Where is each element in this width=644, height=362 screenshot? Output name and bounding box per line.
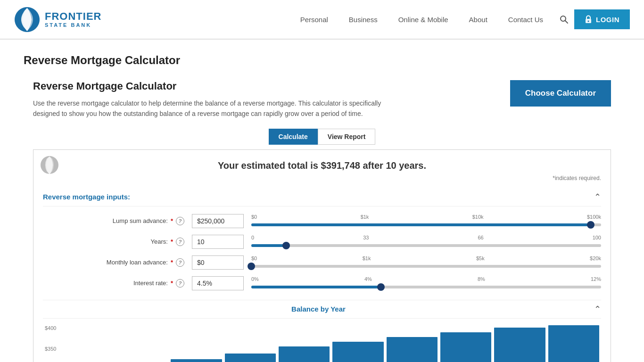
tab-view-report[interactable]: View Report — [318, 129, 376, 145]
interest-rate-label: Interest rate: * ? — [43, 279, 184, 288]
monthly-loan-slider-container: $0 $1k $5k $20k — [251, 255, 601, 270]
bar-3 — [171, 359, 222, 362]
calc-tabs: Calculate View Report — [24, 129, 620, 145]
bar-9 — [494, 328, 545, 362]
nav-personal[interactable]: Personal — [290, 0, 339, 39]
monthly-loan-label: Monthly loan advance: * ? — [43, 258, 184, 267]
calc-title: Reverse Mortgage Calculator — [33, 80, 496, 92]
bar-8 — [440, 332, 491, 362]
balance-section-header: Balance by Year ⌃ — [43, 300, 601, 319]
interest-rate-slider-track — [251, 286, 601, 288]
logo-icon — [14, 7, 40, 33]
balance-section-title: Balance by Year — [43, 305, 594, 313]
inputs-collapse-chevron[interactable]: ⌃ — [594, 192, 601, 202]
logo[interactable]: FRONTIER STATE BANK — [14, 7, 101, 33]
interest-rate-input[interactable] — [192, 276, 244, 290]
nav-business[interactable]: Business — [339, 0, 388, 39]
main-nav: Personal Business Online & Mobile About … — [290, 0, 630, 39]
nav-contact-us[interactable]: Contact Us — [498, 0, 553, 39]
calc-header: Reverse Mortgage Calculator Use the reve… — [24, 80, 620, 119]
balance-collapse-chevron[interactable]: ⌃ — [594, 304, 601, 314]
chart-y-labels: $400 $350 $300 — [45, 325, 56, 362]
login-button[interactable]: LOGIN — [574, 9, 630, 29]
years-label: Years: * ? — [43, 238, 184, 246]
monthly-loan-slider-labels: $0 $1k $5k $20k — [251, 255, 601, 261]
estimated-total: Your estimated total is $391,748 after 1… — [43, 160, 601, 171]
logo-statebank: STATE BANK — [45, 22, 101, 28]
interest-rate-slider-fill — [251, 286, 381, 288]
inputs-grid: Lump sum advance: * ? $0 $1k $10k $100k — [43, 214, 601, 290]
calc-widget: Your estimated total is $391,748 after 1… — [33, 149, 611, 362]
tab-calculate[interactable]: Calculate — [269, 129, 318, 145]
years-input-row: 0 33 66 100 — [192, 235, 601, 249]
nav-online-mobile[interactable]: Online & Mobile — [388, 0, 459, 39]
calc-card: Reverse Mortgage Calculator Use the reve… — [24, 80, 620, 362]
lump-sum-slider-container: $0 $1k $10k $100k — [251, 214, 601, 228]
inputs-section-title: Reverse mortgage inputs: — [43, 193, 130, 201]
years-slider-fill — [251, 244, 286, 247]
years-help-icon[interactable]: ? — [176, 238, 184, 246]
interest-rate-slider-container: 0% 4% 8% 12% — [251, 276, 601, 290]
site-header: FRONTIER STATE BANK Personal Business On… — [0, 0, 644, 40]
lump-sum-input[interactable] — [192, 214, 244, 228]
logo-text: FRONTIER STATE BANK — [45, 11, 101, 28]
bar-7 — [387, 337, 438, 362]
monthly-loan-help-icon[interactable]: ? — [176, 258, 184, 267]
lump-sum-slider-fill — [251, 223, 591, 226]
interest-rate-help-icon[interactable]: ? — [176, 279, 184, 288]
svg-line-2 — [565, 21, 568, 24]
monthly-loan-input[interactable] — [192, 255, 244, 270]
chart-bars — [63, 325, 599, 362]
page-content: Reverse Mortgage Calculator Reverse Mort… — [0, 40, 644, 362]
calc-description: Use the reverse mortgage calculator to h… — [33, 98, 401, 119]
lump-sum-slider-labels: $0 $1k $10k $100k — [251, 214, 601, 220]
years-input[interactable] — [192, 235, 244, 249]
login-label: LOGIN — [596, 16, 619, 24]
bar-6 — [332, 342, 383, 362]
interest-rate-input-row: 0% 4% 8% 12% — [192, 276, 601, 290]
interest-rate-slider-labels: 0% 4% 8% 12% — [251, 276, 601, 282]
lump-sum-input-row: $0 $1k $10k $100k — [192, 214, 601, 228]
widget-logo-icon — [40, 156, 59, 174]
svg-point-4 — [588, 21, 589, 22]
lump-sum-slider-track — [251, 223, 601, 226]
years-slider-container: 0 33 66 100 — [251, 235, 601, 249]
lump-sum-help-icon[interactable]: ? — [176, 217, 184, 225]
years-slider-labels: 0 33 66 100 — [251, 235, 601, 240]
monthly-loan-slider-thumb[interactable] — [248, 263, 255, 270]
search-button[interactable] — [553, 0, 574, 39]
logo-frontier: FRONTIER — [45, 11, 101, 22]
bar-5 — [279, 346, 330, 362]
nav-about[interactable]: About — [459, 0, 498, 39]
years-slider-track — [251, 244, 601, 247]
calc-title-block: Reverse Mortgage Calculator Use the reve… — [33, 80, 496, 119]
required-note: *indicates required. — [43, 175, 601, 181]
page-title: Reverse Mortgage Calculator — [24, 54, 620, 67]
search-icon — [559, 15, 569, 24]
interest-rate-slider-thumb[interactable] — [377, 283, 385, 291]
monthly-loan-input-row: $0 $1k $5k $20k — [192, 255, 601, 270]
chart-container: $400 $350 $300 — [43, 325, 601, 362]
inputs-section-header: Reverse mortgage inputs: ⌃ — [43, 188, 601, 206]
bar-10 — [548, 325, 599, 362]
bar-4 — [225, 354, 276, 362]
monthly-loan-slider-track — [251, 265, 601, 268]
choose-calculator-button[interactable]: Choose Calculator — [510, 80, 611, 107]
lump-sum-slider-thumb[interactable] — [587, 221, 594, 229]
lump-sum-label: Lump sum advance: * ? — [43, 217, 184, 225]
lock-icon — [585, 15, 592, 24]
years-slider-thumb[interactable] — [282, 242, 290, 249]
